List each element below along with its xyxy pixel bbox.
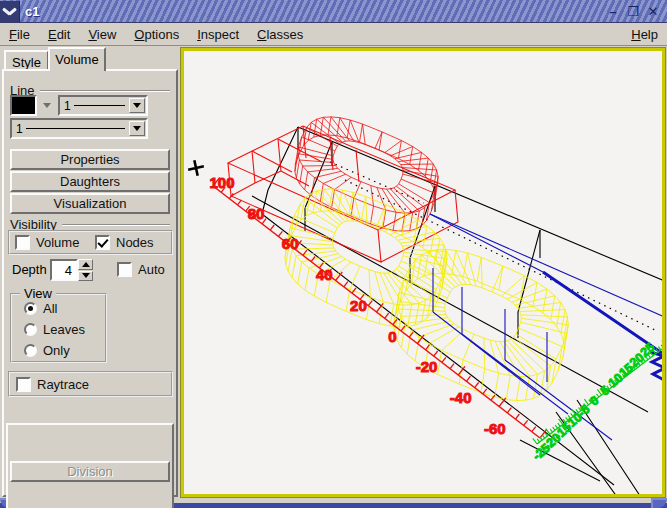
svg-text:60: 60 bbox=[282, 235, 299, 252]
menu-options[interactable]: Options bbox=[125, 25, 188, 44]
auto-checkbox[interactable] bbox=[117, 262, 132, 277]
visibility-frame: Volume Nodes bbox=[8, 230, 173, 255]
menu-bar: FileEditViewOptionsInspectClasses Help bbox=[0, 24, 667, 46]
line-color-swatch[interactable] bbox=[10, 95, 37, 116]
plus-marker-icon bbox=[187, 159, 206, 178]
menu-classes[interactable]: Classes bbox=[248, 25, 312, 44]
title-bar[interactable]: c1 – ❒ ✕ bbox=[0, 0, 667, 23]
nodes-checkbox-label: Nodes bbox=[116, 235, 154, 250]
view-leaves-radio[interactable] bbox=[24, 323, 37, 336]
svg-text:80: 80 bbox=[248, 205, 265, 222]
chevron-down-icon[interactable] bbox=[129, 121, 145, 136]
menu-edit[interactable]: Edit bbox=[39, 25, 79, 44]
close-icon[interactable]: ✕ bbox=[643, 1, 663, 21]
properties-button[interactable]: Properties bbox=[10, 149, 170, 170]
menu-help[interactable]: Help bbox=[622, 25, 667, 44]
svg-text:40: 40 bbox=[316, 266, 333, 283]
window-title: c1 bbox=[25, 4, 39, 19]
window-menu-icon[interactable] bbox=[0, 1, 20, 22]
line-width-combo[interactable]: 1 bbox=[58, 95, 148, 116]
volume-panel: Line 1 1 Properties Daughters Visualizat… bbox=[2, 69, 178, 497]
spin-up-icon[interactable] bbox=[78, 259, 93, 270]
maximize-icon[interactable]: ❒ bbox=[623, 1, 643, 21]
canvas-frame: 100806040200-20-40-60 -25-20-15-10-50510… bbox=[181, 48, 665, 497]
chevron-down-icon[interactable] bbox=[129, 98, 145, 113]
view-group-label: View bbox=[20, 286, 56, 301]
volume-checkbox-label: Volume bbox=[36, 235, 79, 250]
geometry-viewport[interactable]: 100806040200-20-40-60 -25-20-15-10-50510… bbox=[184, 51, 662, 494]
visualization-button[interactable]: Visualization bbox=[10, 193, 170, 214]
raytrace-checkbox-label: Raytrace bbox=[37, 377, 89, 392]
svg-text:-20: -20 bbox=[416, 358, 438, 375]
view-only-radio[interactable] bbox=[24, 344, 37, 357]
view-group: View All Leaves Only bbox=[10, 293, 107, 363]
raytrace-checkbox[interactable] bbox=[16, 377, 31, 392]
raytrace-frame: Raytrace bbox=[8, 371, 173, 397]
division-button: Division bbox=[10, 461, 170, 482]
line-style-combo[interactable]: 1 bbox=[10, 118, 148, 139]
minimize-icon[interactable]: – bbox=[603, 1, 623, 21]
menu-view[interactable]: View bbox=[79, 25, 125, 44]
spin-down-icon[interactable] bbox=[78, 271, 93, 282]
svg-text:-60: -60 bbox=[484, 420, 506, 437]
auto-checkbox-label: Auto bbox=[138, 262, 165, 277]
tab-style[interactable]: Style bbox=[4, 50, 49, 70]
svg-text:0: 0 bbox=[587, 393, 601, 408]
color-dropdown-button[interactable] bbox=[40, 95, 54, 116]
depth-value-field[interactable]: 4 bbox=[50, 259, 78, 281]
daughters-button[interactable]: Daughters bbox=[10, 171, 170, 192]
tab-volume[interactable]: Volume bbox=[48, 47, 106, 71]
svg-text:0: 0 bbox=[388, 328, 396, 345]
red-axis: 100806040200-20-40-60 bbox=[209, 174, 546, 438]
menu-file[interactable]: File bbox=[0, 25, 39, 44]
svg-text:100: 100 bbox=[209, 174, 234, 191]
view-all-radio[interactable] bbox=[24, 302, 37, 315]
nodes-checkbox[interactable] bbox=[95, 235, 110, 250]
svg-text:-40: -40 bbox=[450, 389, 472, 406]
blue-volume-wireframe bbox=[430, 214, 662, 440]
depth-label: Depth bbox=[12, 262, 47, 277]
svg-text:20: 20 bbox=[350, 297, 367, 314]
volume-checkbox[interactable] bbox=[15, 235, 30, 250]
app-window: c1 – ❒ ✕ FileEditViewOptionsInspectClass… bbox=[0, 0, 667, 508]
menu-items: FileEditViewOptionsInspectClasses bbox=[0, 25, 312, 44]
depth-stepper bbox=[78, 259, 93, 281]
menu-inspect[interactable]: Inspect bbox=[188, 25, 248, 44]
